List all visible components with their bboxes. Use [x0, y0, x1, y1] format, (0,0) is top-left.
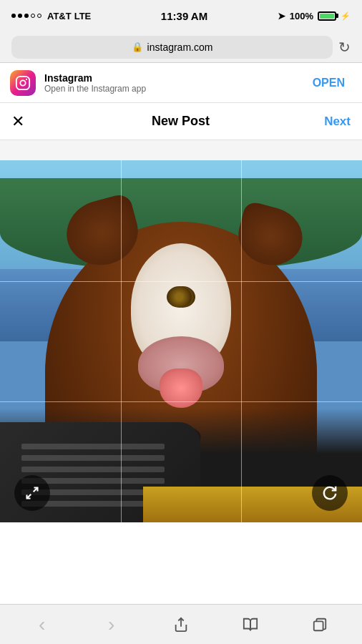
lock-icon: 🔒 [132, 42, 143, 52]
url-field[interactable]: 🔒 instagram.com [11, 36, 333, 59]
dot-4 [31, 14, 35, 18]
safari-bottom-bar: ‹ › [0, 604, 362, 644]
battery-percent: 100% [290, 11, 313, 21]
svg-rect-6 [314, 621, 323, 630]
next-button[interactable]: Next [324, 114, 351, 129]
dot-2 [18, 14, 22, 18]
instagram-subtitle: Open in the Instagram app [44, 84, 297, 94]
forward-icon: › [108, 613, 114, 636]
new-post-header: ✕ New Post Next [0, 103, 362, 140]
carrier-label: AT&T [47, 11, 72, 21]
share-button[interactable] [165, 609, 197, 640]
instagram-logo [10, 70, 36, 96]
tabs-button[interactable] [304, 609, 336, 640]
status-time: 11:39 AM [161, 10, 207, 22]
back-icon: ‹ [39, 613, 45, 636]
close-button[interactable]: ✕ [11, 112, 37, 131]
url-bar: 🔒 instagram.com ↻ [0, 31, 362, 63]
rotate-button[interactable] [312, 475, 348, 511]
dot-1 [11, 14, 16, 18]
dog-face-white [131, 243, 231, 372]
status-right: ➤ 100% ⚡ [278, 11, 351, 21]
refresh-button[interactable]: ↻ [338, 39, 351, 56]
forward-button[interactable]: › [96, 609, 127, 640]
dog-eye-right [167, 286, 192, 308]
photo-scene [0, 160, 362, 522]
expand-button[interactable] [14, 475, 50, 511]
back-button[interactable]: ‹ [26, 609, 58, 640]
instagram-text: Instagram Open in the Instagram app [44, 72, 297, 94]
status-left: AT&T LTE [11, 11, 91, 21]
photo-controls [0, 475, 362, 511]
svg-rect-0 [16, 76, 29, 89]
dot-5 [37, 14, 41, 18]
svg-point-1 [20, 80, 25, 85]
instagram-banner: Instagram Open in the Instagram app OPEN [0, 63, 362, 103]
battery-fill [320, 14, 334, 19]
charging-icon: ⚡ [341, 11, 351, 21]
bookmarks-button[interactable] [235, 609, 266, 640]
dog-tongue [160, 369, 202, 408]
url-text: instagram.com [147, 42, 213, 53]
status-bar: AT&T LTE 11:39 AM ➤ 100% ⚡ [0, 0, 362, 31]
tabs-icon [312, 617, 328, 633]
open-instagram-button[interactable]: OPEN [305, 72, 352, 94]
post-title: New Post [152, 114, 210, 129]
signal-dots [11, 14, 41, 18]
instagram-app-name: Instagram [44, 72, 297, 84]
book-icon [243, 617, 258, 633]
gray-spacer [0, 140, 362, 160]
svg-point-2 [26, 78, 27, 79]
share-icon [173, 617, 189, 633]
battery-indicator [318, 11, 336, 21]
location-icon: ➤ [278, 11, 285, 21]
dot-3 [24, 14, 29, 18]
network-type-label: LTE [74, 11, 92, 21]
photo-editor[interactable] [0, 160, 362, 522]
